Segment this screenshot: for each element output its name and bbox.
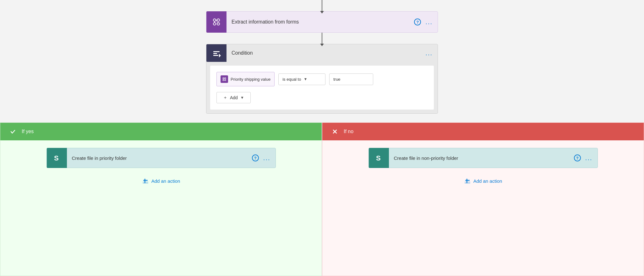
yes-action-title: Create file in priority folder bbox=[67, 155, 252, 161]
sharepoint-icon: S bbox=[52, 154, 61, 162]
svg-point-14 bbox=[225, 79, 226, 81]
no-action-title: Create file in non-priority folder bbox=[389, 155, 574, 161]
add-chevron-icon: ▼ bbox=[240, 95, 244, 100]
split-section: If yes S Create file in priority folder … bbox=[0, 122, 644, 276]
yes-action-card: S Create file in priority folder ? ... bbox=[46, 148, 276, 168]
no-badge bbox=[330, 127, 340, 137]
svg-rect-20 bbox=[143, 182, 148, 182]
svg-rect-21 bbox=[143, 183, 148, 184]
no-add-action-btn[interactable]: Add an action bbox=[458, 174, 509, 187]
no-action-more-btn[interactable]: ... bbox=[585, 154, 592, 162]
svg-point-11 bbox=[223, 78, 224, 79]
no-action-actions: ? ... bbox=[574, 154, 598, 162]
check-icon bbox=[10, 129, 16, 134]
yes-header: If yes bbox=[0, 123, 322, 140]
yes-action-actions: ? ... bbox=[252, 154, 276, 162]
svg-rect-9 bbox=[213, 55, 218, 56]
extract-help-btn[interactable]: ? bbox=[414, 19, 421, 25]
yes-label: If yes bbox=[22, 129, 34, 134]
add-action-icon-2 bbox=[464, 177, 471, 184]
svg-text:S: S bbox=[376, 154, 381, 162]
add-condition-area: ＋ Add ▼ bbox=[216, 92, 428, 103]
forms-icon bbox=[211, 17, 221, 27]
no-header: If no bbox=[322, 123, 644, 140]
yes-action-help-btn[interactable]: ? bbox=[252, 154, 259, 161]
condition-actions: ... bbox=[425, 50, 438, 57]
condition-row: Priority shipping value is equal to ▼ tr… bbox=[216, 72, 428, 86]
svg-point-2 bbox=[213, 23, 216, 25]
extract-actions: ? ... bbox=[414, 19, 438, 26]
chip-text: Priority shipping value bbox=[231, 77, 270, 82]
svg-rect-18 bbox=[143, 180, 148, 181]
no-action-card: S Create file in non-priority folder ? .… bbox=[368, 148, 598, 168]
top-arrow bbox=[322, 0, 322, 11]
svg-marker-10 bbox=[219, 54, 221, 57]
yes-body: S Create file in priority folder ? ... bbox=[0, 140, 322, 195]
condition-title: Condition bbox=[226, 50, 425, 56]
condition-value[interactable]: true bbox=[329, 73, 373, 85]
svg-point-0 bbox=[213, 19, 216, 21]
condition-icon-box bbox=[206, 44, 226, 62]
priority-shipping-icon bbox=[222, 77, 227, 82]
svg-text:S: S bbox=[54, 154, 59, 162]
condition-more-btn[interactable]: ... bbox=[425, 50, 433, 57]
yes-add-action-label: Add an action bbox=[151, 178, 180, 184]
yes-action-icon-box: S bbox=[47, 148, 67, 168]
svg-rect-7 bbox=[213, 51, 220, 52]
extract-card: Extract information from forms ? ... bbox=[206, 11, 438, 33]
svg-rect-8 bbox=[213, 53, 217, 54]
svg-point-12 bbox=[225, 78, 226, 79]
svg-rect-28 bbox=[465, 183, 470, 184]
middle-arrow bbox=[322, 33, 322, 44]
condition-icon bbox=[212, 49, 221, 57]
yes-badge bbox=[8, 127, 18, 137]
svg-rect-25 bbox=[465, 180, 470, 181]
branch-no: If no S Create file in non-priority fold… bbox=[322, 122, 644, 276]
svg-point-13 bbox=[223, 79, 224, 81]
plus-icon: ＋ bbox=[223, 95, 227, 100]
no-action-help-btn[interactable]: ? bbox=[574, 154, 581, 161]
x-icon bbox=[332, 129, 338, 134]
extract-more-btn[interactable]: ... bbox=[425, 19, 433, 26]
extract-icon-box bbox=[206, 11, 226, 33]
operator-label: is equal to bbox=[282, 77, 301, 82]
svg-rect-27 bbox=[465, 182, 470, 182]
no-label: If no bbox=[344, 129, 353, 134]
no-action-icon-box: S bbox=[369, 148, 389, 168]
branch-yes: If yes S Create file in priority folder … bbox=[0, 122, 322, 276]
flow-center: Extract information from forms ? ... bbox=[206, 0, 438, 114]
sharepoint-icon-2: S bbox=[374, 154, 383, 162]
no-body: S Create file in non-priority folder ? .… bbox=[322, 140, 644, 195]
yes-action-more-btn[interactable]: ... bbox=[263, 154, 270, 162]
yes-add-action-btn[interactable]: Add an action bbox=[136, 174, 187, 187]
condition-chip[interactable]: Priority shipping value bbox=[216, 72, 275, 86]
priority-shipping-icon-box bbox=[221, 75, 228, 83]
chevron-down-icon: ▼ bbox=[303, 77, 307, 81]
add-action-icon bbox=[142, 177, 149, 184]
svg-point-1 bbox=[217, 19, 220, 21]
canvas: Extract information from forms ? ... bbox=[0, 0, 644, 276]
add-condition-btn[interactable]: ＋ Add ▼ bbox=[216, 92, 251, 103]
operator-dropdown[interactable]: is equal to ▼ bbox=[278, 73, 325, 85]
condition-header: Condition ... bbox=[206, 44, 438, 62]
condition-card: Condition ... bbox=[206, 44, 438, 114]
add-btn-label: Add bbox=[230, 95, 238, 100]
extract-title: Extract information from forms bbox=[226, 19, 414, 25]
no-add-action-label: Add an action bbox=[473, 178, 502, 184]
condition-body: Priority shipping value is equal to ▼ tr… bbox=[210, 66, 434, 110]
